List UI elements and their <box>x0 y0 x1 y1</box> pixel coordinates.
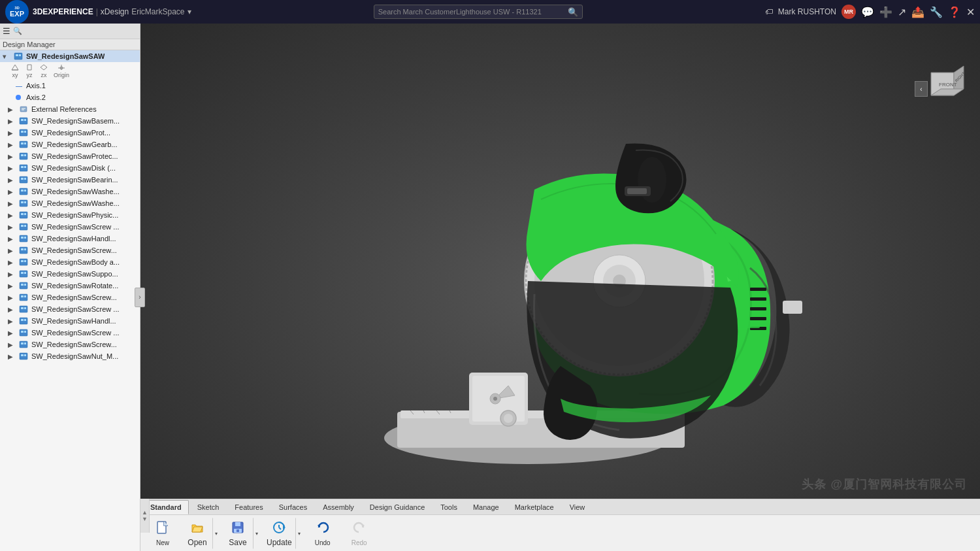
tree-item[interactable]: ▶ SW_RedesignSawRotate... <box>0 280 140 292</box>
3d-viewport[interactable]: ‹ FRONT RIGHT 头条 @厦门智网科技有限公司 StandardSke… <box>140 24 980 551</box>
send-icon[interactable]: 📤 <box>911 6 924 18</box>
tree-item[interactable]: ▶ SW_RedesignSawScrew... <box>0 339 140 350</box>
yz-plane-item[interactable]: yz <box>25 63 34 78</box>
tree-item-arrow[interactable]: ▶ <box>8 259 16 266</box>
tree-item-arrow[interactable]: ▶ <box>8 235 16 242</box>
tree-item[interactable]: ▶ SW_RedesignSawPhysic... <box>0 209 140 221</box>
tree-item-arrow[interactable]: ▶ <box>8 329 16 337</box>
open-dropdown-arrow[interactable]: ▾ <box>212 518 220 549</box>
tag-icon[interactable]: 🏷 <box>765 7 773 16</box>
tree-item-arrow[interactable]: ▶ <box>8 141 16 148</box>
user-avatar[interactable]: MR <box>841 5 856 19</box>
cube-navigator[interactable]: ‹ FRONT RIGHT <box>915 63 967 115</box>
save-dropdown-arrow[interactable]: ▾ <box>253 518 261 549</box>
zx-plane-item[interactable]: zx <box>39 63 48 78</box>
ext-refs-arrow[interactable]: ▶ <box>8 106 16 113</box>
tree-root-item[interactable]: ▾ SW_RedesignSawSAW <box>0 50 140 62</box>
tree-item[interactable]: ▶ SW_RedesignSawScrew ... <box>0 327 140 339</box>
tab-tools[interactable]: Tools <box>433 500 465 514</box>
add-icon[interactable]: ➕ <box>879 6 892 18</box>
tree-item[interactable]: ▶ SW_RedesignSawDisk (... <box>0 162 140 174</box>
tree-item[interactable]: ▶ SW_RedesignSawSuppo... <box>0 268 140 280</box>
tree-item[interactable]: ▶ SW_RedesignSawBearin... <box>0 174 140 186</box>
tree-item-arrow[interactable]: ▶ <box>8 271 16 278</box>
search-icon[interactable]: 🔍 <box>568 7 578 17</box>
tab-design-guidance[interactable]: Design Guidance <box>363 500 432 514</box>
toolbar-btn-undo[interactable]: Undo <box>306 518 340 549</box>
tree-item-icon <box>18 281 29 290</box>
panel-collapse-button[interactable]: › <box>135 288 145 307</box>
tree-item[interactable]: ▶ SW_RedesignSawBody a... <box>0 256 140 268</box>
help-icon[interactable]: ❓ <box>948 6 961 18</box>
tree-item[interactable]: ▶ SW_RedesignSawProt... <box>0 127 140 139</box>
tree-item[interactable]: ▶ SW_RedesignSawBasem... <box>0 115 140 127</box>
axis2-item[interactable]: Axis.2 <box>0 92 140 103</box>
tab-sketch[interactable]: Sketch <box>190 500 227 514</box>
tree-item-arrow[interactable]: ▶ <box>8 224 16 231</box>
tree-item-arrow[interactable]: ▶ <box>8 153 16 160</box>
tree-item-arrow[interactable]: ▶ <box>8 165 16 172</box>
tab-manage[interactable]: Manage <box>466 500 506 514</box>
chat-icon[interactable]: 💬 <box>861 6 874 18</box>
tree-item-arrow[interactable]: ▶ <box>8 282 16 290</box>
tree-item[interactable]: ▶ SW_RedesignSawScrew... <box>0 244 140 256</box>
tree-item-arrow[interactable]: ▶ <box>8 176 16 184</box>
tree-item-arrow[interactable]: ▶ <box>8 306 16 313</box>
tree-item-arrow[interactable]: ▶ <box>8 188 16 195</box>
svg-rect-43 <box>20 235 27 242</box>
tree-item[interactable]: ▶ SW_RedesignSawHandl... <box>0 315 140 327</box>
origin-item[interactable]: Origin <box>54 63 69 78</box>
tree-item-arrow[interactable]: ▶ <box>8 341 16 348</box>
search-input[interactable] <box>378 8 565 16</box>
tree-item[interactable]: ▶ SW_RedesignSawWashe... <box>0 197 140 209</box>
workspace-name[interactable]: EricMarkSpace <box>131 7 184 16</box>
logo[interactable]: 3D EXP <box>5 0 29 24</box>
xy-plane-item[interactable]: xy <box>10 63 20 78</box>
tools-icon[interactable]: 🔧 <box>930 6 943 18</box>
axis1-item[interactable]: — Axis.1 <box>0 80 140 92</box>
tree-item[interactable]: ▶ SW_RedesignSawScrew ... <box>0 303 140 315</box>
toolbar-btn-open[interactable]: Open <box>182 518 212 549</box>
tab-features[interactable]: Features <box>227 500 270 514</box>
toolbar-btn-save[interactable]: Save <box>223 518 253 549</box>
tree-item-arrow[interactable]: ▶ <box>8 212 16 219</box>
dropdown-arrow-icon[interactable]: ▾ <box>188 7 191 16</box>
tree-item[interactable]: ▶ SW_RedesignSawScrew ... <box>0 221 140 233</box>
tab-assembly[interactable]: Assembly <box>316 500 361 514</box>
tree-item[interactable]: ▶ SW_RedesignSawScrew... <box>0 292 140 303</box>
tab-surfaces[interactable]: Surfaces <box>272 500 314 514</box>
close-icon[interactable]: ✕ <box>966 6 975 18</box>
tree-item[interactable]: ▶ SW_RedesignSawProtec... <box>0 150 140 162</box>
panel-filter-icon[interactable]: 🔍 <box>13 27 22 35</box>
external-refs-item[interactable]: ▶ External References <box>0 103 140 115</box>
tree-item[interactable]: ▶ SW_RedesignSawGearb... <box>0 139 140 150</box>
panel-menu-icon[interactable]: ☰ <box>3 26 10 36</box>
svg-rect-29 <box>21 178 24 180</box>
toolbar-btn-update[interactable]: Update <box>263 518 295 549</box>
svg-rect-75 <box>24 354 26 356</box>
tree-item[interactable]: ▶ SW_RedesignSawHandl... <box>0 233 140 244</box>
svg-rect-119 <box>237 529 239 532</box>
update-dropdown-arrow[interactable]: ▾ <box>295 518 303 549</box>
root-expand-arrow[interactable]: ▾ <box>3 53 10 60</box>
tree-item-arrow[interactable]: ▶ <box>8 294 16 301</box>
share-icon[interactable]: ↗ <box>898 6 906 18</box>
open-label: Open <box>188 538 206 547</box>
tree-item-arrow[interactable]: ▶ <box>8 200 16 207</box>
tab-standard[interactable]: Standard <box>143 500 189 514</box>
toolbar-btn-new[interactable]: New <box>146 518 180 549</box>
tab-marketplace[interactable]: Marketplace <box>508 500 561 514</box>
tree-item-arrow[interactable]: ▶ <box>8 129 16 137</box>
tree-item-arrow[interactable]: ▶ <box>8 353 16 360</box>
tree-item-arrow[interactable]: ▶ <box>8 118 16 125</box>
tree-item[interactable]: ▶ SW_RedesignSawNut_M... <box>0 350 140 362</box>
tree-item-icon <box>18 152 29 161</box>
axis1-arrow[interactable]: — <box>16 82 24 90</box>
search-bar[interactable]: 🔍 <box>374 5 583 19</box>
toolbar-scroll-left[interactable]: ▲▼ <box>140 499 150 533</box>
tab-view[interactable]: View <box>563 500 593 514</box>
tree-item-arrow[interactable]: ▶ <box>8 318 16 325</box>
tree-item[interactable]: ▶ SW_RedesignSawWashe... <box>0 186 140 197</box>
svg-rect-69 <box>24 331 26 333</box>
tree-item-arrow[interactable]: ▶ <box>8 247 16 254</box>
